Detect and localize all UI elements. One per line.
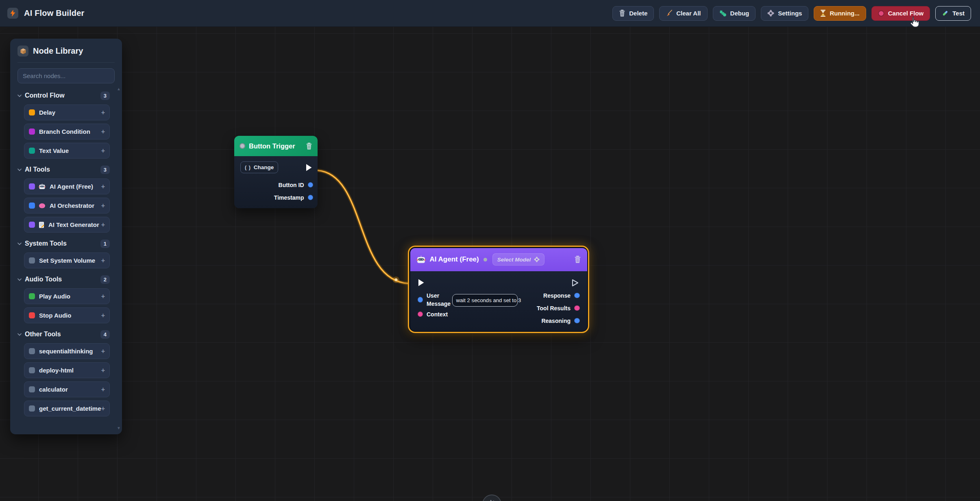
node-item-play-audio[interactable]: Play Audio +: [24, 288, 110, 304]
output-port-row: Timestamp: [234, 191, 318, 204]
color-swatch: [29, 405, 35, 412]
trash-icon[interactable]: [574, 256, 581, 263]
add-node-button[interactable]: +: [101, 128, 105, 135]
clear-all-button[interactable]: Clear All: [659, 6, 707, 21]
node-item-label: Text Value: [39, 147, 69, 154]
running-status-button[interactable]: Running...: [814, 6, 866, 21]
node-library-panel: Node Library Control Flow 3 Delay + Bran…: [10, 39, 122, 434]
node-item-delay[interactable]: Delay +: [24, 105, 110, 120]
input-port-context[interactable]: [418, 311, 423, 317]
delete-button[interactable]: Delete: [612, 6, 654, 21]
category-label: AI Tools: [25, 166, 50, 173]
node-item-label: AI Agent (Free): [50, 183, 93, 190]
trash-icon[interactable]: [306, 143, 312, 150]
category-label: System Tools: [25, 240, 67, 247]
add-node-button[interactable]: +: [101, 147, 105, 155]
node-item-label: Branch Condition: [39, 128, 90, 135]
output-port-response[interactable]: [574, 293, 580, 298]
category-ai-tools[interactable]: AI Tools 3: [17, 164, 115, 175]
node-item-label: AI Text Generator: [48, 221, 99, 228]
color-swatch: [29, 203, 35, 209]
delete-button-label: Delete: [629, 10, 647, 17]
button-trigger-body: ( ) Change Button ID Timestamp: [234, 156, 318, 208]
user-message-input[interactable]: wait 2 seconds and set to 3: [452, 294, 518, 307]
add-node-button[interactable]: +: [101, 293, 105, 300]
add-node-button[interactable]: +: [101, 312, 105, 319]
add-node-button[interactable]: +: [101, 221, 105, 229]
color-swatch: [29, 109, 35, 115]
chevron-down-icon: [17, 242, 22, 245]
category-items: Play Audio + Stop Audio +: [17, 288, 115, 323]
node-item-label: deploy-html: [39, 367, 74, 374]
input-port-user-message[interactable]: [418, 297, 423, 303]
memo-icon: [39, 222, 44, 228]
node-item-ai-orchestrator[interactable]: AI Orchestrator +: [24, 198, 110, 213]
search-input[interactable]: [17, 68, 115, 83]
add-node-button[interactable]: +: [101, 202, 105, 209]
ai-agent-header[interactable]: AI Agent (Free) Select Model: [410, 248, 587, 271]
node-item-ai-text-generator[interactable]: AI Text Generator +: [24, 217, 110, 233]
test-button-label: Test: [952, 10, 965, 17]
port-label: Context: [427, 311, 448, 318]
brain-icon: [39, 203, 46, 209]
category-label: Audio Tools: [25, 276, 62, 283]
exec-output-port[interactable]: [305, 163, 312, 172]
output-port-reasoning[interactable]: [574, 318, 580, 324]
ai-agent-node[interactable]: AI Agent (Free) Select Model User Mess: [408, 246, 589, 333]
node-item-label: sequentialthinking: [39, 348, 93, 355]
output-port-tool-results[interactable]: [574, 305, 580, 311]
add-node-button[interactable]: +: [101, 109, 105, 116]
trigger-status-dot[interactable]: [240, 143, 245, 149]
button-trigger-node[interactable]: Button Trigger ( ) Change Button ID Time…: [234, 136, 318, 208]
color-swatch: [29, 148, 35, 154]
category-count-badge: 1: [100, 240, 110, 248]
test-button[interactable]: Test: [935, 6, 971, 21]
add-node-button[interactable]: +: [101, 386, 105, 393]
trigger-output-ports: Button ID Timestamp: [234, 179, 318, 204]
exec-input-port[interactable]: [418, 279, 425, 287]
button-trigger-header[interactable]: Button Trigger: [234, 136, 318, 156]
add-node-button[interactable]: +: [101, 257, 105, 264]
node-item-set-system-volume[interactable]: Set System Volume +: [24, 253, 110, 268]
output-port-row: Tool Results: [537, 305, 579, 311]
scroll-up-arrow[interactable]: ▲: [117, 87, 121, 91]
color-swatch: [29, 348, 35, 354]
port-label: Timestamp: [274, 194, 304, 201]
cancel-flow-button[interactable]: Cancel Flow: [871, 6, 930, 21]
hourglass-icon: [820, 10, 826, 17]
chevron-down-icon: [17, 168, 22, 171]
code-brackets-icon: ( ): [245, 165, 251, 170]
category-other-tools[interactable]: Other Tools 4: [17, 329, 115, 340]
output-port-row: Reasoning: [541, 318, 579, 324]
node-item-deploy-html[interactable]: deploy-html +: [24, 362, 110, 378]
app-logo: [7, 8, 18, 19]
robot-icon: [39, 183, 46, 190]
node-item-text-value[interactable]: Text Value +: [24, 143, 110, 159]
add-node-button[interactable]: +: [101, 183, 105, 190]
select-model-button[interactable]: Select Model: [492, 253, 545, 266]
node-item-stop-audio[interactable]: Stop Audio +: [24, 307, 110, 323]
stop-circle-icon: [878, 10, 884, 17]
settings-button[interactable]: Settings: [761, 6, 808, 21]
node-item-branch-condition[interactable]: Branch Condition +: [24, 124, 110, 139]
category-audio-tools[interactable]: Audio Tools 2: [17, 274, 115, 285]
node-item-sequentialthinking[interactable]: sequentialthinking +: [24, 343, 110, 359]
category-control-flow[interactable]: Control Flow 3: [17, 90, 115, 101]
category-system-tools[interactable]: System Tools 1: [17, 238, 115, 249]
color-swatch: [29, 367, 35, 373]
scroll-down-arrow[interactable]: ▼: [117, 426, 121, 430]
node-item-calculator[interactable]: calculator +: [24, 381, 110, 397]
node-item-ai-agent-free[interactable]: AI Agent (Free) +: [24, 179, 110, 194]
debug-button[interactable]: Debug: [713, 6, 756, 21]
add-node-button[interactable]: +: [101, 405, 105, 412]
change-button[interactable]: ( ) Change: [240, 161, 278, 173]
output-port-button-id[interactable]: [308, 182, 314, 188]
trash-icon: [619, 10, 625, 17]
node-item-get-current-datetime[interactable]: get_current_datetime +: [24, 401, 110, 416]
output-port-timestamp[interactable]: [308, 195, 314, 200]
add-node-button[interactable]: +: [101, 348, 105, 355]
exec-output-port[interactable]: [571, 279, 579, 287]
agent-status-dot: [483, 258, 487, 261]
port-label: Button ID: [279, 182, 304, 188]
add-node-button[interactable]: +: [101, 367, 105, 374]
